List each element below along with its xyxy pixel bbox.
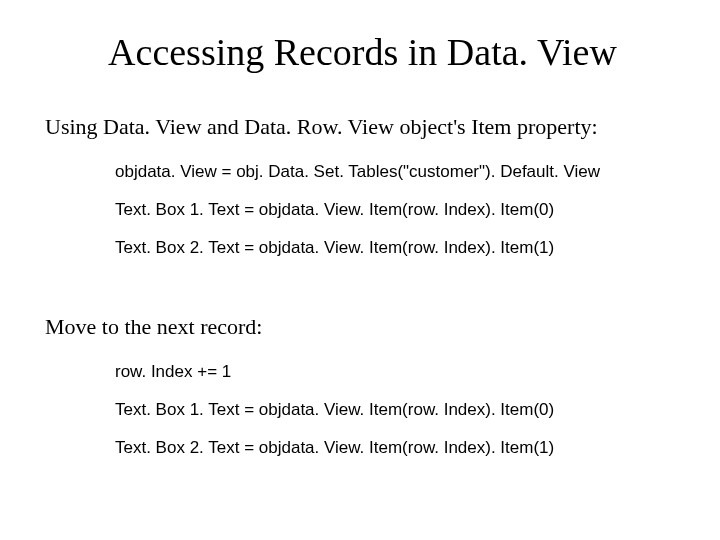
code-line: Text. Box 1. Text = objdata. View. Item(… [115, 400, 680, 420]
section-gap [45, 276, 680, 314]
code-line: objdata. View = obj. Data. Set. Tables("… [115, 162, 680, 182]
slide-title: Accessing Records in Data. View [45, 30, 680, 74]
code-line: Text. Box 1. Text = objdata. View. Item(… [115, 200, 680, 220]
code-line: Text. Box 2. Text = objdata. View. Item(… [115, 238, 680, 258]
code-line: Text. Box 2. Text = objdata. View. Item(… [115, 438, 680, 458]
code-line: row. Index += 1 [115, 362, 680, 382]
section2-heading: Move to the next record: [45, 314, 680, 340]
section1-heading: Using Data. View and Data. Row. View obj… [45, 114, 680, 140]
